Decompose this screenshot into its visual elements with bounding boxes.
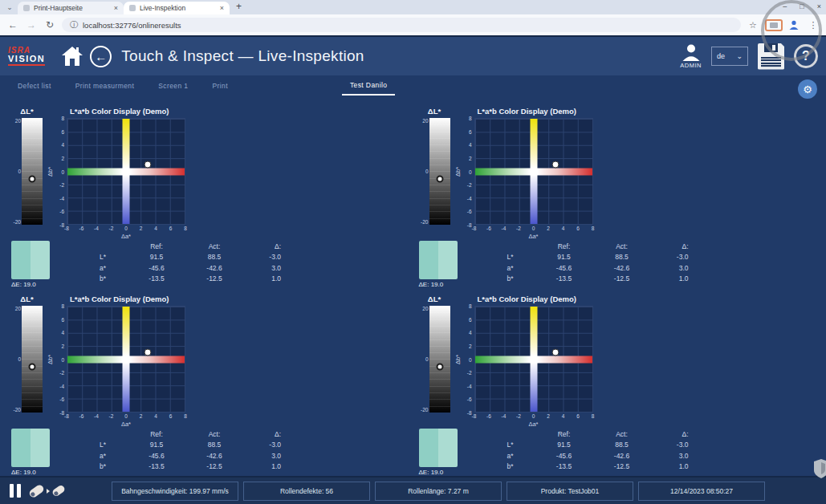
browser-profile-icon[interactable] xyxy=(788,19,801,30)
settings-button[interactable]: ⚙ xyxy=(798,79,817,99)
col-header-ref: Ref: xyxy=(535,430,594,438)
col-header-act: Act: xyxy=(186,242,242,250)
scale-tick: 20 xyxy=(422,306,428,311)
bookmark-star-icon[interactable]: ☆ xyxy=(747,20,759,30)
col-header-ref: Ref: xyxy=(127,430,186,438)
tick-label: -4 xyxy=(502,226,507,231)
tick-label: -4 xyxy=(94,226,99,231)
row-label: L* xyxy=(507,253,535,261)
window-minimize-icon[interactable]: – xyxy=(783,3,787,10)
ref-value: 91.5 xyxy=(535,441,594,449)
language-select[interactable]: de ⌄ xyxy=(711,47,748,66)
col-header-act: Act: xyxy=(186,430,242,438)
delta-value: 3.0 xyxy=(242,452,281,460)
act-value: 88.5 xyxy=(594,253,650,261)
y-axis-label: Δb* xyxy=(454,118,462,225)
swatch-actual-half xyxy=(31,429,50,467)
scale-tick: -20 xyxy=(421,219,428,225)
tab-screen-1[interactable]: Screen 1 xyxy=(158,82,188,94)
delta-l-gradient-bar xyxy=(429,118,450,225)
delta-value: 3.0 xyxy=(650,264,689,272)
tick-label: 6 xyxy=(61,128,64,134)
swatch-reference-half xyxy=(11,429,31,467)
logo-underline xyxy=(8,64,45,66)
tab-print[interactable]: Print xyxy=(212,82,227,94)
site-info-icon[interactable]: ⓘ xyxy=(70,19,78,30)
back-button[interactable]: ← xyxy=(90,46,112,67)
save-button[interactable] xyxy=(758,43,784,70)
y-axis-label: Δb* xyxy=(46,306,54,413)
tab-close-icon[interactable]: × xyxy=(114,5,118,12)
help-button[interactable]: ? xyxy=(794,44,818,68)
new-tab-button[interactable]: + xyxy=(236,1,242,12)
measurement-marker xyxy=(144,349,152,356)
help-icon: ? xyxy=(802,49,810,63)
window-controls: – □ × xyxy=(783,1,821,12)
delta-l-title: ΔL* xyxy=(419,107,450,116)
col-header-delta: Δ: xyxy=(242,430,281,438)
delta-l-gradient-bar xyxy=(22,118,43,225)
row-label: L* xyxy=(100,253,127,261)
tab-search-icon[interactable]: ⌄ xyxy=(3,2,16,13)
home-button[interactable] xyxy=(61,46,83,67)
user-block[interactable]: ADMIN xyxy=(680,43,702,69)
swatch-reference-half xyxy=(11,241,31,279)
browser-toolbar: ← → ↻ ⓘ localhost:32776/onlineresults ☆ … xyxy=(0,14,826,35)
delta-l-marker xyxy=(29,176,36,183)
arrow-icon xyxy=(47,489,50,494)
window-maximize-icon[interactable]: □ xyxy=(800,3,804,10)
color-swatch xyxy=(11,241,50,279)
ref-value: -13.5 xyxy=(535,274,594,282)
browser-reload-icon[interactable]: ↻ xyxy=(43,19,56,30)
highlighted-extension-icon[interactable] xyxy=(765,19,783,31)
act-value: -42.6 xyxy=(594,452,650,460)
delta-l-marker xyxy=(436,364,443,371)
ref-value: -45.6 xyxy=(127,452,186,460)
tick-label: 0 xyxy=(532,413,535,419)
ref-value: -13.5 xyxy=(535,462,594,470)
tick-label: 8 xyxy=(184,413,187,419)
tab-print-measurment[interactable]: Print measurment xyxy=(75,82,134,94)
color-swatch-block: ΔE: 19.0 xyxy=(419,241,464,288)
scale-tick: 20 xyxy=(15,118,21,124)
tick-label: 0 xyxy=(124,226,128,231)
lab-color-chart xyxy=(474,306,593,413)
delta-value: -3.0 xyxy=(242,253,281,261)
color-swatch-block: ΔE: 19.0 xyxy=(11,241,56,288)
tick-label: 2 xyxy=(469,155,472,161)
browser-tab-live-inspektion[interactable]: Live-Inspektion × xyxy=(124,2,230,14)
delta-l-title: ΔL* xyxy=(11,295,43,303)
scale-tick: 20 xyxy=(422,118,428,124)
scale-tick: -20 xyxy=(421,407,428,413)
browser-back-icon[interactable]: ← xyxy=(6,19,19,30)
tab-defect-list[interactable]: Defect list xyxy=(18,82,51,94)
window-close-icon[interactable]: × xyxy=(817,3,821,10)
delta-a-gradient-band xyxy=(475,356,592,363)
delta-l-scale: 20 0 -20 xyxy=(419,306,429,413)
delta-e-value: ΔE: 19.0 xyxy=(11,469,56,476)
tick-label: 6 xyxy=(469,128,472,134)
address-bar[interactable]: ⓘ localhost:32776/onlineresults xyxy=(62,18,741,32)
act-value: 88.5 xyxy=(594,441,650,449)
delta-l-gradient-bar xyxy=(429,306,450,413)
pause-button[interactable] xyxy=(10,484,21,498)
tick-label: 0 xyxy=(61,356,64,362)
tick-label: -2 xyxy=(59,182,64,188)
tick-label: -6 xyxy=(79,226,84,231)
browser-tab-print-hauptseite[interactable]: Print-Hauptseite × xyxy=(18,2,124,14)
tick-label: -4 xyxy=(502,413,507,419)
browser-menu-icon[interactable]: ⋮ xyxy=(807,20,820,30)
view-tabs: Defect list Print measurment Screen 1 Pr… xyxy=(0,75,826,100)
header-actions: ADMIN de ⌄ ? xyxy=(680,43,818,70)
act-value: -42.6 xyxy=(594,264,650,272)
tick-label: -4 xyxy=(59,383,64,388)
tick-label: 6 xyxy=(169,413,173,419)
browser-forward-icon[interactable]: → xyxy=(25,19,38,30)
tick-label: 8 xyxy=(592,413,595,419)
color-swatch xyxy=(11,429,50,467)
tab-test-danilo[interactable]: Test Danilo xyxy=(342,81,395,96)
tab-close-icon[interactable]: × xyxy=(220,5,224,12)
col-header-delta: Δ: xyxy=(650,242,689,250)
row-label: b* xyxy=(507,462,535,470)
status-roll-length: Rollenlänge: 7.27 m xyxy=(375,482,502,501)
